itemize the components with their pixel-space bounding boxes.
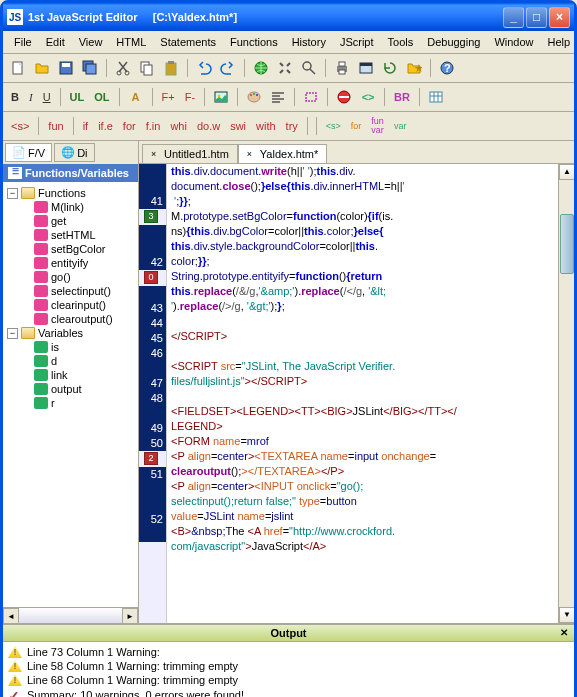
new-file-icon[interactable] xyxy=(7,57,29,79)
redo-icon[interactable] xyxy=(217,57,239,79)
snippet-s[interactable]: <s> xyxy=(7,118,33,134)
menu-tools[interactable]: Tools xyxy=(382,34,420,50)
bold-button[interactable]: B xyxy=(7,89,23,105)
tree-var-item[interactable]: d xyxy=(23,354,134,368)
menu-jscript[interactable]: JScript xyxy=(334,34,380,50)
noentry-icon[interactable] xyxy=(333,86,355,108)
maximize-button[interactable]: □ xyxy=(526,7,547,28)
snippet2-0[interactable]: <s> xyxy=(322,120,345,133)
bookmark-icon[interactable]: 3 xyxy=(144,210,158,223)
menu-history[interactable]: History xyxy=(286,34,332,50)
web-icon[interactable] xyxy=(355,57,377,79)
output-warning-line[interactable]: !Line 58 Column 1 Warning: trimming empt… xyxy=(8,659,569,673)
scroll-right-icon[interactable]: ► xyxy=(122,608,138,624)
snippet-fin[interactable]: f.in xyxy=(142,118,165,134)
save-icon[interactable] xyxy=(55,57,77,79)
snippet-dow[interactable]: do.w xyxy=(193,118,224,134)
output-warning-line[interactable]: !Line 73 Column 1 Warning: inserting "ty… xyxy=(8,645,569,659)
undo-icon[interactable] xyxy=(193,57,215,79)
bookmark-icon[interactable]: 0 xyxy=(144,271,158,284)
tab-close-icon[interactable]: × xyxy=(247,149,257,159)
tree-func-item[interactable]: setHTML xyxy=(23,228,134,242)
open-file-icon[interactable] xyxy=(31,57,53,79)
bookmark-icon[interactable]: 2 xyxy=(144,452,158,465)
br-button[interactable]: BR xyxy=(390,89,414,105)
output-warning-line[interactable]: !Line 68 Column 1 Warning: trimming empt… xyxy=(8,673,569,687)
snippet-swi[interactable]: swi xyxy=(226,118,250,134)
italic-button[interactable]: I xyxy=(25,89,37,105)
output-summary-line[interactable]: ✓Summary: 10 warnings, 0 errors were fou… xyxy=(8,687,569,697)
tree-var-item[interactable]: link xyxy=(23,368,134,382)
tree-view[interactable]: − Functions M(link)getsetHTMLsetBgColore… xyxy=(3,182,138,607)
image-icon[interactable] xyxy=(210,86,232,108)
tree-var-item[interactable]: output xyxy=(23,382,134,396)
underline-button[interactable]: U xyxy=(39,89,55,105)
snippet2-1[interactable]: for xyxy=(347,120,366,133)
output-body[interactable]: !Line 73 Column 1 Warning: inserting "ty… xyxy=(3,642,574,697)
menu-window[interactable]: Window xyxy=(488,34,539,50)
menu-statements[interactable]: Statements xyxy=(154,34,222,50)
tree-var-item[interactable]: r xyxy=(23,396,134,410)
tree-variables-node[interactable]: − Variables xyxy=(7,326,134,340)
folder-star-icon[interactable]: ★ xyxy=(403,57,425,79)
tree-func-item[interactable]: entityify xyxy=(23,256,134,270)
scroll-down-icon[interactable]: ▼ xyxy=(559,607,574,623)
output-close-icon[interactable]: ✕ xyxy=(557,627,571,641)
snippet-whi[interactable]: whi xyxy=(166,118,191,134)
rect-icon[interactable] xyxy=(300,86,322,108)
editor-tab[interactable]: ×Yaldex.htm* xyxy=(238,144,328,163)
table-icon[interactable] xyxy=(425,86,447,108)
help-icon[interactable]: ? xyxy=(436,57,458,79)
menu-help[interactable]: Help xyxy=(542,34,577,50)
close-button[interactable]: × xyxy=(549,7,570,28)
globe-icon[interactable] xyxy=(250,57,272,79)
palette-icon[interactable] xyxy=(243,86,265,108)
tree-var-item[interactable]: is xyxy=(23,340,134,354)
tab-close-icon[interactable]: × xyxy=(151,149,161,159)
snippet-for[interactable]: for xyxy=(119,118,140,134)
tree-func-item[interactable]: clearinput() xyxy=(23,298,134,312)
scroll-thumb[interactable] xyxy=(560,214,574,274)
collapse-icon[interactable]: − xyxy=(7,188,18,199)
menu-view[interactable]: View xyxy=(73,34,109,50)
align-icon[interactable] xyxy=(267,86,289,108)
collapse-icon[interactable]: − xyxy=(7,328,18,339)
sidebar-tab-di[interactable]: 🌐Di xyxy=(54,143,94,162)
sidebar-tab-fv[interactable]: 📄F/V xyxy=(5,143,52,162)
cut-icon[interactable] xyxy=(112,57,134,79)
snippet2-3[interactable]: var xyxy=(390,120,411,133)
print-icon[interactable] xyxy=(331,57,353,79)
snippet-if[interactable]: if xyxy=(79,118,93,134)
gutter[interactable]: 413420434445464748495025152 xyxy=(139,164,167,623)
paste-icon[interactable] xyxy=(160,57,182,79)
font-minus-button[interactable]: F- xyxy=(181,89,199,105)
copy-icon[interactable] xyxy=(136,57,158,79)
ol-button[interactable]: OL xyxy=(90,89,113,105)
refresh-icon[interactable] xyxy=(379,57,401,79)
minimize-button[interactable]: _ xyxy=(503,7,524,28)
editor-tab[interactable]: ×Untitled1.htm xyxy=(142,144,238,163)
snippet-try[interactable]: try xyxy=(282,118,302,134)
font-color-icon[interactable]: A xyxy=(125,86,147,108)
snippet-fun[interactable]: fun xyxy=(44,118,67,134)
tree-func-item[interactable]: M(link) xyxy=(23,200,134,214)
snippet-with[interactable]: with xyxy=(252,118,280,134)
find-icon[interactable] xyxy=(298,57,320,79)
scroll-up-icon[interactable]: ▲ xyxy=(559,164,574,180)
tree-func-item[interactable]: clearoutput() xyxy=(23,312,134,326)
tree-func-item[interactable]: setBgColor xyxy=(23,242,134,256)
tree-func-item[interactable]: get xyxy=(23,214,134,228)
tree-func-item[interactable]: selectinput() xyxy=(23,284,134,298)
tools-icon[interactable] xyxy=(274,57,296,79)
code-content[interactable]: this.div.document.write(h||' ');this.div… xyxy=(167,164,558,623)
tag-color-icon[interactable]: <> xyxy=(357,86,379,108)
ul-button[interactable]: UL xyxy=(66,89,89,105)
font-plus-button[interactable]: F+ xyxy=(158,89,179,105)
tree-func-item[interactable]: go() xyxy=(23,270,134,284)
menu-edit[interactable]: Edit xyxy=(40,34,71,50)
vertical-scrollbar[interactable]: ▲ ▼ xyxy=(558,164,574,623)
tree-functions-node[interactable]: − Functions xyxy=(7,186,134,200)
save-all-icon[interactable] xyxy=(79,57,101,79)
scroll-left-icon[interactable]: ◄ xyxy=(3,608,19,624)
menu-file[interactable]: File xyxy=(8,34,38,50)
